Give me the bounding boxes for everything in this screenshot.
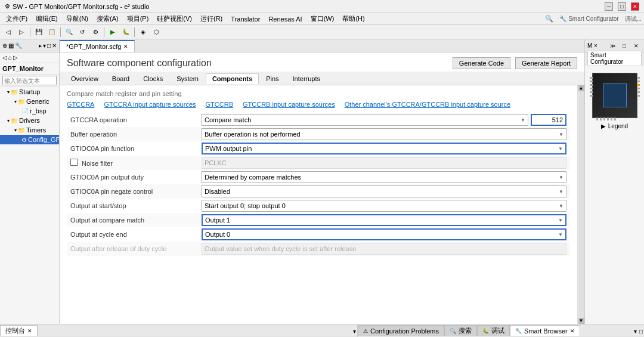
legend-toggle[interactable]: ▶ Legend [601, 123, 628, 129]
right-tab-smart-conf[interactable]: Smart Configurator [587, 51, 642, 66]
right-icon-btn1[interactable]: ≫ [607, 41, 618, 51]
folder-icon: 📁 [11, 89, 18, 95]
tab-config-problems[interactable]: ⚠ Configuration Problems [358, 325, 444, 336]
tab-overview[interactable]: Overview [64, 73, 105, 84]
menu-search[interactable]: 搜索(A) [93, 14, 122, 24]
tab-search[interactable]: 🔍 搜索 [444, 325, 477, 336]
close-right-panel[interactable]: ✕ [631, 41, 642, 51]
scroll-up-button[interactable]: ▲ [578, 85, 584, 91]
dropdown-value: Start output 0; stop output 0 [205, 202, 286, 209]
toolbar-debug[interactable]: 🐛 [120, 26, 132, 38]
chip-pins-left [590, 77, 593, 97]
menu-translator[interactable]: Translator [227, 15, 264, 23]
toolbar-settings[interactable]: ⚙ [89, 26, 101, 38]
menu-project[interactable]: 项目(P) [123, 14, 153, 24]
minimize-button[interactable]: ─ [605, 2, 613, 11]
toolbar-run[interactable]: ▶ [107, 26, 119, 38]
output-cycle-end-dropdown[interactable]: Output 0 ▼ [202, 228, 566, 240]
generate-code-button[interactable]: Generate Code [453, 57, 510, 69]
config-scroll[interactable]: Compare match register and pin setting G… [60, 85, 577, 324]
link-other[interactable]: Other channel's GTCCRA/GTCCRB input capt… [345, 101, 510, 108]
toolbar-refresh[interactable]: ↺ [76, 26, 88, 38]
link-gtccra-input[interactable]: GTCCRA input capture sources [104, 101, 196, 108]
toolbar-target[interactable]: ◈ [137, 26, 149, 38]
tab-components[interactable]: Components [206, 73, 259, 84]
toolbar-search[interactable]: 🔍 [63, 26, 75, 38]
tab-clocks[interactable]: Clocks [137, 73, 169, 84]
panel-btn2[interactable]: ▾ [43, 42, 46, 49]
menu-renesas[interactable]: Renesas AI [265, 15, 305, 23]
tab-close-icon[interactable]: ✕ [123, 44, 128, 50]
link-gtccrb-input[interactable]: GTCCRB input capture sources [243, 101, 335, 108]
console-tab-close[interactable]: ✕ [27, 328, 32, 334]
tab-label: *GPT_Monitor.scfg [66, 43, 121, 50]
smart-browser-tab-close[interactable]: ✕ [570, 328, 575, 334]
toolbar-save2[interactable]: 📋 [46, 26, 58, 38]
close-button[interactable]: ✕ [631, 2, 639, 11]
menu-nav[interactable]: 导航(N) [63, 14, 92, 24]
nav-home[interactable]: ⌂ [8, 54, 12, 61]
table-row: GTCCRA operation Compare match ▼ [67, 113, 570, 127]
link-gtccra[interactable]: GTCCRA [67, 101, 94, 108]
output-compare-dropdown[interactable]: Output 1 ▼ [202, 214, 566, 226]
tree-drivers[interactable]: ▾ 📁 Drivers [0, 116, 59, 125]
bottom-left-menu[interactable]: ▾ [352, 327, 357, 336]
menu-window[interactable]: 窗口(W) [307, 14, 338, 24]
gtioc0a-negate-dropdown[interactable]: Disabled ▼ [202, 185, 566, 197]
row-value: Buffer operation is not performed ▼ [198, 127, 570, 141]
chip-image [592, 73, 637, 118]
gtioc0a-duty-dropdown[interactable]: Determined by compare matches ▼ [202, 171, 566, 183]
panel-btn1[interactable]: ▸ [39, 42, 42, 49]
tab-system[interactable]: System [170, 73, 205, 84]
bottom-right-menu[interactable]: ▾ [633, 327, 638, 336]
panel-btn4[interactable]: ✕ [52, 42, 57, 49]
chip-pins-bottom [596, 118, 616, 120]
tree-timers[interactable]: ▾ 📁 Timers [0, 125, 59, 135]
toolbar-save[interactable]: 💾 [33, 26, 45, 38]
chevron-down-icon: ▼ [559, 189, 564, 194]
noise-filter-checkbox[interactable] [70, 159, 78, 166]
output-duty-release-value: Output value set when duty cycle is set … [202, 243, 566, 255]
nav-back[interactable]: ◁ [2, 54, 7, 61]
folder-icon: 📁 [18, 127, 25, 134]
bottom-area: 控制台 ✕ ▾ 📋 💾 🗑 ▣ ⊡ ▪ 🔒 Smart Configurator… [0, 324, 644, 337]
panel-btn3[interactable]: □ [47, 42, 51, 49]
gtccra-operation-dropdown[interactable]: Compare match ▼ [202, 114, 528, 126]
tree-config-gpt[interactable]: ⚙ Config_GPTC [0, 135, 59, 144]
menu-edit[interactable]: 编辑(E) [32, 14, 61, 24]
menu-file[interactable]: 文件(F) [2, 14, 31, 24]
tree-rbsp[interactable]: 📄 r_bsp [0, 106, 59, 116]
buffer-operation-dropdown[interactable]: Buffer operation is not performed ▼ [202, 128, 566, 140]
toolbar-forward[interactable]: ▷ [16, 26, 27, 38]
tab-gpt-monitor[interactable]: *GPT_Monitor.scfg ✕ [60, 40, 135, 52]
gtioc0a-function-dropdown[interactable]: PWM output pin ▼ [202, 143, 566, 154]
link-gtccrb[interactable]: GTCCRB [206, 101, 233, 108]
menu-run[interactable]: 运行(R) [197, 14, 226, 24]
gtccra-value-input[interactable] [531, 114, 566, 126]
tab-board[interactable]: Board [106, 73, 136, 84]
dropdown-value: Buffer operation is not performed [205, 131, 301, 138]
toolbar-back[interactable]: ◁ [2, 26, 14, 38]
restore-button[interactable]: □ [618, 2, 626, 11]
toolbar-connect[interactable]: ⬡ [150, 26, 162, 38]
generate-report-button[interactable]: Generate Report [515, 57, 577, 69]
menu-help[interactable]: 帮助(H) [339, 14, 368, 24]
vertical-scrollbar[interactable]: ▲ ▼ [577, 85, 584, 324]
menu-view[interactable]: 硅萨视图(V) [153, 14, 196, 24]
chevron-down-icon: ▼ [559, 175, 564, 180]
chevron-down-icon: ▼ [559, 203, 564, 209]
tab-debug[interactable]: 🐛 调试 [477, 325, 510, 336]
filter-input[interactable] [2, 76, 57, 85]
tab-pins[interactable]: Pins [259, 73, 285, 84]
scroll-down-button[interactable]: ▼ [578, 318, 584, 324]
right-icon-btn2[interactable]: □ [619, 41, 630, 51]
tree-startup[interactable]: ▾ 📁 Startup [0, 87, 59, 97]
tree-generic[interactable]: ▾ 📁 Generic [0, 97, 59, 106]
nav-forward[interactable]: ▷ [13, 54, 18, 61]
bottom-right-expand[interactable]: □ [638, 327, 644, 336]
tab-smart-browser[interactable]: 🔧 Smart Browser ✕ [510, 325, 580, 336]
search-icon: 🔍 [450, 328, 456, 334]
console-tab[interactable]: 控制台 ✕ [0, 325, 38, 336]
tab-interrupts[interactable]: Interrupts [286, 73, 327, 84]
output-start-stop-dropdown[interactable]: Start output 0; stop output 0 ▼ [202, 200, 566, 212]
